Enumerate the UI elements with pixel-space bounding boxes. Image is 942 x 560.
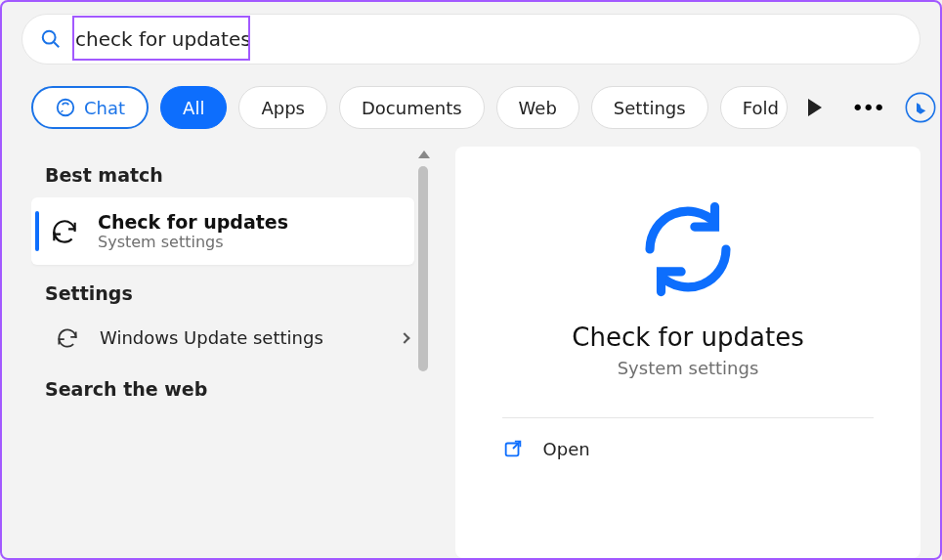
- filter-folders[interactable]: Fold: [720, 86, 788, 129]
- preview-subtitle: System settings: [618, 358, 759, 378]
- selection-indicator: [35, 211, 39, 251]
- preview-panel: Check for updates System settings Open: [455, 147, 921, 558]
- search-icon: [40, 28, 62, 50]
- best-match-result[interactable]: Check for updates System settings: [31, 197, 414, 265]
- filter-apps[interactable]: Apps: [238, 86, 327, 129]
- open-external-icon: [502, 438, 524, 459]
- filter-web[interactable]: Web: [496, 86, 579, 129]
- svg-point-0: [43, 31, 56, 44]
- filter-settings[interactable]: Settings: [591, 86, 708, 129]
- open-action[interactable]: Open: [502, 418, 875, 479]
- filter-all[interactable]: All: [160, 86, 227, 129]
- chat-label: Chat: [84, 98, 125, 118]
- filter-documents[interactable]: Documents: [339, 86, 485, 129]
- svg-line-1: [54, 42, 59, 47]
- scrollbar[interactable]: [414, 147, 432, 558]
- open-label: Open: [543, 439, 590, 459]
- chat-button[interactable]: Chat: [31, 86, 149, 129]
- filter-row: Chat All Apps Documents Web Settings Fol…: [2, 65, 940, 139]
- search-web-header: Search the web: [31, 361, 432, 411]
- best-match-header: Best match: [31, 147, 432, 197]
- settings-header: Settings: [31, 265, 432, 316]
- bing-icon: [905, 90, 936, 125]
- settings-item-label: Windows Update settings: [100, 326, 381, 349]
- ellipsis-icon: •••: [851, 96, 883, 120]
- more-options-button[interactable]: •••: [852, 92, 883, 123]
- refresh-large-icon: [634, 195, 742, 303]
- play-arrow-icon: [808, 99, 822, 116]
- preview-title: Check for updates: [572, 323, 803, 352]
- refresh-icon: [55, 325, 80, 351]
- chat-icon: [55, 97, 76, 118]
- search-bar: [21, 14, 921, 65]
- scroll-up-arrow-icon: [418, 151, 430, 158]
- scroll-right-button[interactable]: [799, 92, 831, 123]
- chevron-right-icon: [399, 332, 409, 343]
- refresh-icon: [49, 216, 80, 247]
- result-title: Check for updates: [98, 211, 288, 233]
- search-input[interactable]: [75, 27, 902, 51]
- svg-point-2: [58, 100, 74, 116]
- results-panel: Best match Check for updates System sett…: [31, 147, 432, 558]
- settings-item-windows-update[interactable]: Windows Update settings: [31, 316, 432, 361]
- result-subtitle: System settings: [98, 233, 288, 251]
- bing-logo-button[interactable]: [905, 92, 936, 123]
